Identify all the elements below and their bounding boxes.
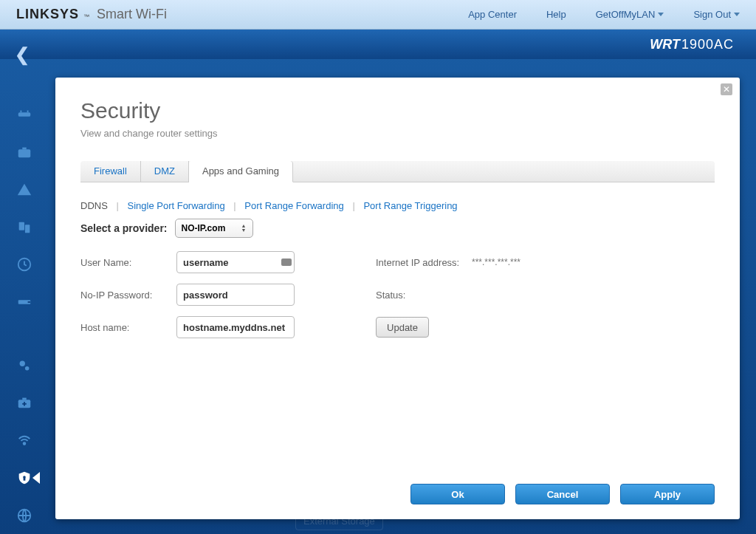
- nav-account[interactable]: GetOffMyLAN: [596, 9, 664, 20]
- subnav-single-port[interactable]: Single Port Forwarding: [127, 200, 224, 211]
- wifi-icon[interactable]: [15, 432, 34, 449]
- ip-value: ***.***.***.***: [472, 257, 715, 267]
- subnav-ddns[interactable]: DDNS: [80, 200, 108, 211]
- usb-icon[interactable]: [15, 294, 34, 311]
- page-title: Security: [80, 98, 715, 123]
- security-panel: ✕ Security View and change router settin…: [55, 78, 740, 519]
- side-rail: [0, 59, 48, 534]
- svg-point-11: [24, 366, 28, 371]
- apply-button[interactable]: Apply: [620, 484, 715, 504]
- ok-button[interactable]: Ok: [410, 484, 505, 504]
- subnav: DDNS | Single Port Forwarding | Port Ran…: [80, 200, 715, 211]
- warning-icon[interactable]: [15, 181, 34, 198]
- close-icon[interactable]: ✕: [721, 83, 732, 95]
- svg-rect-3: [18, 149, 30, 157]
- ddns-form: User Name: Internet IP address: ***.***.…: [80, 251, 715, 338]
- logo: LINKSYS™ Smart Wi-Fi: [16, 7, 167, 22]
- topbar: LINKSYS™ Smart Wi-Fi App Center Help Get…: [0, 0, 756, 30]
- model-number: 1900AC: [681, 37, 734, 52]
- svg-rect-4: [22, 148, 27, 150]
- password-input[interactable]: [176, 284, 295, 306]
- trademark: ™: [83, 13, 89, 20]
- ghost-external-storage: External Storage: [295, 512, 383, 530]
- active-indicator-icon: [32, 472, 40, 484]
- tab-firewall[interactable]: Firewall: [80, 161, 141, 182]
- subnav-port-range-fwd[interactable]: Port Range Forwarding: [244, 200, 343, 211]
- top-nav: App Center Help GetOffMyLAN Sign Out: [468, 9, 740, 20]
- tab-bar: Firewall DMZ Apps and Gaming: [80, 161, 715, 182]
- svg-rect-13: [22, 398, 27, 400]
- updown-icon: ▲▼: [241, 224, 247, 233]
- password-label: No-IP Password:: [80, 290, 176, 301]
- tab-dmz[interactable]: DMZ: [141, 161, 189, 182]
- clock-icon[interactable]: [15, 256, 34, 273]
- svg-point-16: [23, 442, 25, 445]
- status-label: Status:: [376, 290, 472, 301]
- svg-rect-9: [27, 301, 30, 303]
- svg-rect-0: [18, 113, 30, 117]
- chevron-down-icon: [658, 13, 664, 16]
- chevron-down-icon: [734, 13, 740, 16]
- provider-value: NO-IP.com: [182, 223, 226, 233]
- nav-sign-out-label: Sign Out: [693, 9, 731, 20]
- tab-apps-gaming[interactable]: Apps and Gaming: [189, 161, 293, 182]
- svg-rect-6: [24, 225, 29, 233]
- svg-point-10: [19, 360, 24, 366]
- svg-rect-15: [22, 403, 27, 405]
- svg-rect-5: [18, 222, 24, 230]
- svg-rect-18: [23, 478, 25, 481]
- panel-footer: Ok Cancel Apply: [80, 476, 715, 504]
- briefcase-icon[interactable]: [15, 144, 34, 161]
- hostname-label: Host name:: [80, 322, 176, 333]
- username-input[interactable]: [176, 251, 295, 273]
- username-label: User Name:: [80, 257, 176, 268]
- provider-label: Select a provider:: [80, 222, 168, 234]
- gears-icon[interactable]: [15, 357, 34, 374]
- update-button[interactable]: Update: [376, 317, 429, 338]
- ip-label: Internet IP address:: [376, 257, 472, 268]
- nav-help[interactable]: Help: [546, 9, 566, 20]
- provider-select[interactable]: NO-IP.com ▲▼: [175, 219, 253, 238]
- medkit-icon[interactable]: [15, 394, 34, 411]
- brand-subtext: Smart Wi-Fi: [97, 7, 167, 22]
- cancel-button[interactable]: Cancel: [515, 484, 610, 504]
- shield-icon[interactable]: [15, 470, 34, 487]
- router-icon[interactable]: [15, 106, 34, 123]
- nav-account-label: GetOffMyLAN: [596, 9, 656, 20]
- brand-text: LINKSYS: [16, 7, 79, 22]
- globe-icon[interactable]: [15, 507, 34, 524]
- model-prefix: WRT: [650, 37, 680, 52]
- nav-app-center[interactable]: App Center: [468, 9, 517, 20]
- model-bar: WRT 1900AC: [0, 30, 756, 59]
- page-subtitle: View and change router settings: [80, 128, 715, 139]
- nav-sign-out[interactable]: Sign Out: [693, 9, 740, 20]
- svg-rect-1: [20, 111, 21, 113]
- svg-rect-2: [27, 111, 28, 113]
- keyboard-icon: [281, 259, 292, 266]
- hostname-input[interactable]: [176, 316, 295, 338]
- subnav-port-range-trig[interactable]: Port Range Triggering: [363, 200, 457, 211]
- devices-icon[interactable]: [15, 219, 34, 236]
